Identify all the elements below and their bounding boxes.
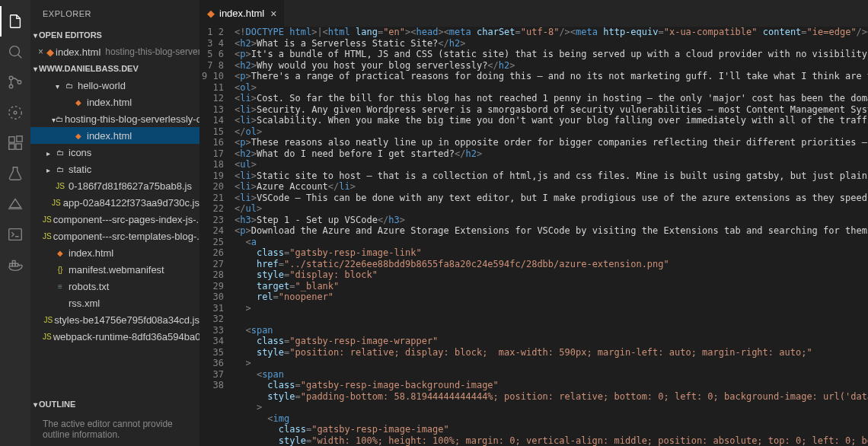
outline-header[interactable]: OUTLINE — [30, 396, 199, 413]
folder-item[interactable]: 🗀icons — [30, 144, 199, 161]
svg-rect-10 — [9, 229, 22, 241]
file-tree: 🗀hello-world◆index.html🗀hosting-this-blo… — [30, 77, 199, 396]
item-label: manifest.webmanifest — [69, 264, 164, 276]
item-label: webpack-runtime-8dfd36a594ba0... — [53, 331, 199, 342]
html-icon: ◆ — [72, 98, 85, 107]
item-label: index.html — [69, 247, 113, 259]
workspace-label: WWW.DANIELBASS.DEV — [39, 64, 139, 73]
txt-icon: ≡ — [53, 282, 67, 291]
tab-label: index.html — [219, 8, 264, 19]
html-icon: ◆ — [53, 249, 67, 257]
folder-icon: 🗀 — [53, 165, 67, 174]
chevron-icon — [52, 80, 62, 91]
activity-docker-icon[interactable] — [0, 250, 30, 280]
svg-point-1 — [9, 76, 13, 80]
folder-icon: 🗀 — [53, 148, 67, 157]
sidebar: EXPLORER OPEN EDITORS ×◆index.htmlhostin… — [30, 0, 199, 446]
activity-search-icon[interactable] — [0, 37, 30, 67]
svg-rect-9 — [17, 136, 22, 142]
item-label: rss.xml — [69, 298, 100, 309]
code-content[interactable]: <!DOCTYPE html>|<html lang="en"><head><m… — [235, 27, 868, 446]
file-item[interactable]: JSwebpack-runtime-8dfd36a594ba0... — [30, 328, 199, 345]
item-label: component---src-templates-blog-... — [53, 231, 199, 242]
file-item[interactable]: ◆index.html — [30, 94, 199, 110]
file-item[interactable]: JS0-186f7d81f8627a75bab8.js — [30, 177, 199, 194]
svg-point-5 — [14, 111, 17, 114]
activity-bar — [0, 0, 30, 446]
activity-debug-icon[interactable] — [0, 97, 30, 128]
folder-item[interactable]: 🗀hello-world — [30, 77, 199, 94]
js-icon: JS — [53, 182, 67, 190]
folder-icon: 🗀 — [56, 115, 63, 123]
svg-rect-14 — [12, 261, 15, 264]
folder-icon: 🗀 — [62, 81, 76, 90]
outline-label: OUTLINE — [39, 400, 75, 409]
svg-point-0 — [10, 46, 20, 56]
chevron-down-icon — [34, 64, 37, 73]
svg-rect-6 — [9, 137, 14, 142]
svg-rect-7 — [9, 144, 14, 149]
item-label: component---src-pages-index-js-... — [53, 214, 199, 225]
activity-extensions-icon[interactable] — [0, 128, 30, 158]
open-editors-list: ×◆index.htmlhosting-this-blog-serverl... — [30, 43, 199, 60]
activity-test-icon[interactable] — [0, 158, 30, 189]
activity-terminal-icon[interactable] — [0, 219, 30, 250]
outline-body: The active editor cannot provide outline… — [30, 413, 199, 446]
file-item[interactable]: ≡robots.txt — [30, 278, 199, 295]
file-item[interactable]: {}manifest.webmanifest — [30, 261, 199, 278]
js-icon: JS — [44, 316, 53, 324]
html-icon: ◆ — [207, 8, 215, 19]
html-icon: ◆ — [46, 46, 54, 58]
item-label: index.html — [87, 97, 132, 108]
close-icon[interactable]: × — [38, 46, 43, 57]
js-icon: JS — [51, 199, 62, 207]
chevron-down-icon — [34, 400, 37, 409]
chevron-icon — [43, 164, 53, 175]
file-name: index.html — [56, 46, 101, 58]
activity-source-control-icon[interactable] — [0, 67, 30, 97]
chevron-icon — [43, 147, 53, 158]
activity-explorer-icon[interactable] — [0, 6, 30, 37]
html-icon: ◆ — [72, 132, 85, 140]
folder-item[interactable]: 🗀static — [30, 161, 199, 177]
file-path: hosting-this-blog-serverl... — [105, 46, 199, 57]
js-icon: JS — [43, 215, 52, 224]
svg-point-3 — [18, 81, 21, 84]
open-editors-header[interactable]: OPEN EDITORS — [30, 27, 199, 43]
svg-point-2 — [9, 84, 13, 88]
open-editor-item[interactable]: ×◆index.htmlhosting-this-blog-serverl... — [30, 43, 199, 60]
item-label: robots.txt — [69, 281, 109, 292]
js-icon: JS — [43, 232, 52, 241]
activity-azure-icon[interactable] — [0, 189, 30, 219]
svg-rect-8 — [16, 144, 21, 149]
item-label: static — [69, 164, 91, 175]
editor-body[interactable]: 1 2 3 4 5 6 7 8 9 10 11 12 13 14 15 16 1… — [199, 27, 868, 446]
sidebar-title: EXPLORER — [30, 0, 199, 27]
tab-index-html[interactable]: ◆ index.html × — [199, 0, 285, 27]
open-editors-label: OPEN EDITORS — [39, 30, 102, 40]
folder-item[interactable]: 🗀hosting-this-blog-serverlessly-on-... — [30, 110, 199, 127]
workspace-header[interactable]: WWW.DANIELBASS.DEV — [30, 60, 199, 77]
chevron-down-icon — [34, 30, 37, 40]
item-label: hosting-this-blog-serverlessly-on-... — [65, 113, 199, 125]
file-item[interactable]: JSapp-02a84122f373aa9d730c.js — [30, 194, 199, 211]
item-label: icons — [69, 147, 91, 158]
file-item[interactable]: JScomponent---src-templates-blog-... — [30, 228, 199, 244]
item-label: app-02a84122f373aa9d730c.js — [63, 197, 199, 209]
line-numbers: 1 2 3 4 5 6 7 8 9 10 11 12 13 14 15 16 1… — [199, 27, 235, 446]
json-icon: {} — [53, 266, 67, 274]
file-item[interactable]: JSstyles-be14756e795fd08a34cd.js — [30, 311, 199, 328]
editor-area: ◆ index.html × 1 2 3 4 5 6 7 8 9 10 11 1… — [199, 0, 868, 446]
item-label: index.html — [87, 130, 132, 142]
file-item[interactable]: ◆index.html — [30, 127, 199, 144]
item-label: 0-186f7d81f8627a75bab8.js — [69, 180, 192, 192]
file-item[interactable]: ◆index.html — [30, 244, 199, 261]
file-item[interactable]: JScomponent---src-pages-index-js-... — [30, 211, 199, 228]
svg-point-4 — [9, 107, 22, 119]
file-item[interactable]: rss.xml — [30, 295, 199, 311]
item-label: hello-world — [78, 80, 126, 91]
item-label: styles-be14756e795fd08a34cd.js — [54, 314, 199, 326]
close-icon[interactable]: × — [270, 8, 276, 20]
tab-bar: ◆ index.html × — [199, 0, 868, 27]
js-icon: JS — [43, 333, 52, 341]
